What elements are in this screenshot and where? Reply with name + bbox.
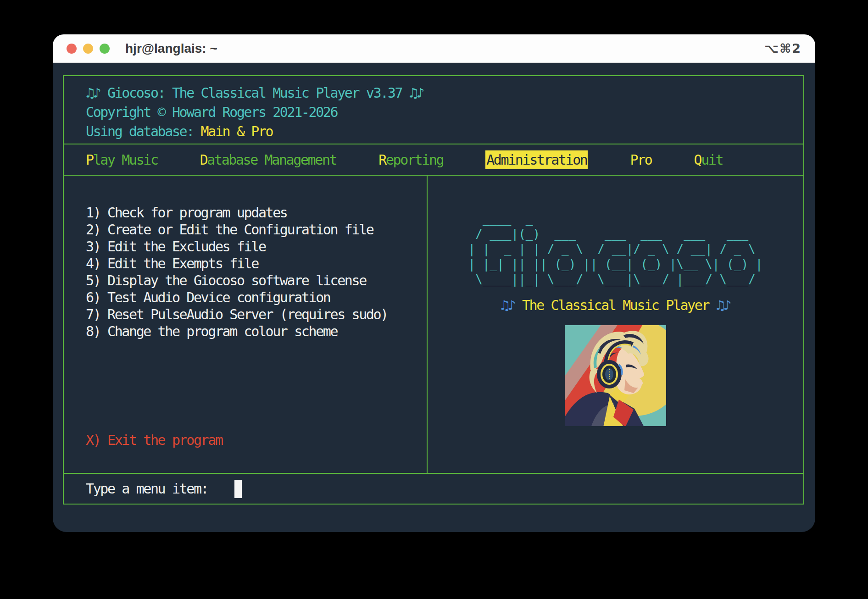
menu-item-3[interactable]: 3) Edit the Excludes file	[86, 238, 427, 255]
menubar-item-hotkey: Pro	[630, 152, 651, 168]
menubar-item-label: eporting	[386, 152, 443, 168]
menu-item-1[interactable]: 1) Check for program updates	[86, 204, 427, 221]
menubar-item-label: lay Music	[93, 152, 158, 168]
minimize-button[interactable]	[83, 44, 93, 54]
menubar-item-hotkey: P	[86, 152, 93, 168]
menu-item-6[interactable]: 6) Test Audio Device configuration	[86, 289, 427, 306]
menubar-item-hotkey: Q	[694, 152, 701, 168]
close-button[interactable]	[67, 44, 77, 54]
zoom-button[interactable]	[100, 44, 110, 54]
menu-item-7[interactable]: 7) Reset PulseAudio Server (requires sud…	[86, 306, 427, 323]
menu-item-8[interactable]: 8) Change the program colour scheme	[86, 323, 427, 340]
menubar-item-hotkey: D	[200, 152, 207, 168]
titlebar: hjr@langlais: ~ ⌥⌘2	[53, 34, 815, 63]
database-value: Main & Pro	[201, 123, 273, 139]
terminal-frame: ♫♪ Giocoso: The Classical Music Player v…	[63, 75, 804, 505]
text-cursor[interactable]	[234, 480, 242, 498]
main-area: 1) Check for program updates2) Create or…	[64, 175, 803, 473]
app-header: ♫♪ Giocoso: The Classical Music Player v…	[64, 76, 803, 144]
menu-bar: Play MusicDatabase ManagementReportingAd…	[64, 144, 803, 175]
logo-subtitle-text: The Classical Music Player	[515, 297, 716, 313]
menubar-item-database-management[interactable]: Database Management	[200, 152, 337, 168]
music-note-icon: ♫♪	[716, 297, 730, 313]
menu-item-4[interactable]: 4) Edit the Exempts file	[86, 255, 427, 272]
menubar-item-quit[interactable]: Quit	[694, 152, 723, 168]
logo-panel: ____ _ / ___|(_) ___ ___ ___ ___ ___ | |…	[428, 176, 803, 473]
menubar-item-pro[interactable]: Pro	[630, 152, 651, 168]
app-title: ♫♪ Giocoso: The Classical Music Player v…	[86, 83, 803, 103]
menubar-item-administration[interactable]: Administration	[485, 150, 588, 169]
logo-subtitle: ♫♪ The Classical Music Player ♫♪	[501, 297, 730, 313]
menu-panel: 1) Check for program updates2) Create or…	[64, 176, 428, 473]
music-note-icon: ♫♪	[501, 297, 515, 313]
menu-list: 1) Check for program updates2) Create or…	[86, 204, 427, 340]
menu-item-5[interactable]: 5) Display the Giocoso software license	[86, 272, 427, 289]
database-line: Using database: Main & Pro	[86, 122, 803, 141]
prompt-label: Type a menu item:	[86, 481, 208, 497]
giocoso-ascii-logo: ____ _ / ___|(_) ___ ___ ___ ___ ___ | |…	[468, 211, 763, 287]
menubar-item-reporting[interactable]: Reporting	[378, 152, 443, 168]
beethoven-artwork	[565, 325, 666, 426]
menubar-item-play-music[interactable]: Play Music	[86, 152, 158, 168]
window-title: hjr@langlais: ~	[125, 41, 217, 56]
menubar-item-hotkey: R	[378, 152, 386, 168]
prompt-bar: Type a menu item:	[64, 473, 803, 504]
terminal-window: hjr@langlais: ~ ⌥⌘2 ♫♪ Giocoso: The Clas…	[53, 34, 815, 532]
menu-item-exit[interactable]: X) Exit the program	[86, 432, 427, 449]
menubar-item-label: uit	[701, 152, 723, 168]
app-copyright: Copyright © Howard Rogers 2021-2026	[86, 103, 803, 122]
traffic-lights	[67, 44, 110, 54]
menu-item-2[interactable]: 2) Create or Edit the Configuration file	[86, 221, 427, 238]
window-shortcut-badge: ⌥⌘2	[764, 41, 801, 55]
menubar-item-label: atabase Management	[207, 152, 336, 168]
database-label: Using database:	[86, 123, 201, 139]
